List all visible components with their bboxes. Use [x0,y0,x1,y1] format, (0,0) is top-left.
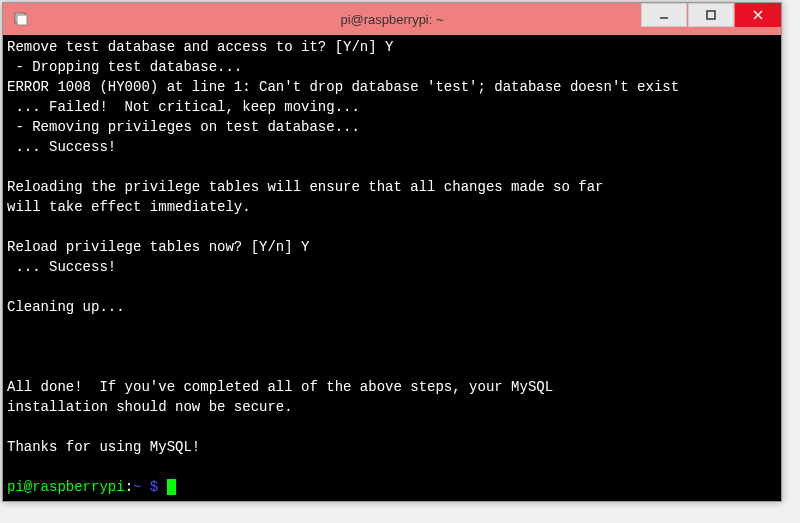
app-window: pi@raspberrypi: ~ Remove test database a… [2,2,782,502]
prompt-separator: : [125,479,133,495]
titlebar[interactable]: pi@raspberrypi: ~ [3,3,781,35]
terminal-text: Remove test database and access to it? [… [7,39,679,455]
window-title: pi@raspberrypi: ~ [340,12,443,27]
prompt-user: pi@raspberrypi [7,479,125,495]
maximize-button[interactable] [688,3,734,27]
minimize-button[interactable] [641,3,687,27]
svg-rect-3 [707,11,715,19]
app-icon [11,9,31,29]
prompt-path: ~ $ [133,479,167,495]
close-button[interactable] [735,3,781,27]
window-controls [641,3,781,35]
cursor-icon [167,479,176,495]
svg-rect-1 [17,15,27,25]
terminal-output[interactable]: Remove test database and access to it? [… [3,35,781,501]
